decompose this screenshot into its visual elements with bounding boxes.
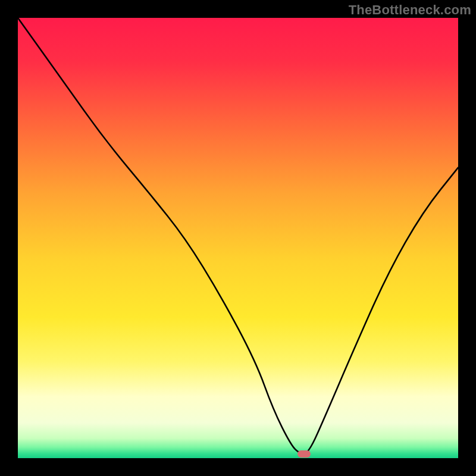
optimal-marker (298, 450, 311, 458)
plot-svg (18, 18, 458, 458)
chart-frame: TheBottleneck.com (0, 0, 476, 476)
watermark-text: TheBottleneck.com (349, 2, 471, 18)
plot-area (18, 18, 458, 458)
gradient-background (18, 18, 458, 458)
